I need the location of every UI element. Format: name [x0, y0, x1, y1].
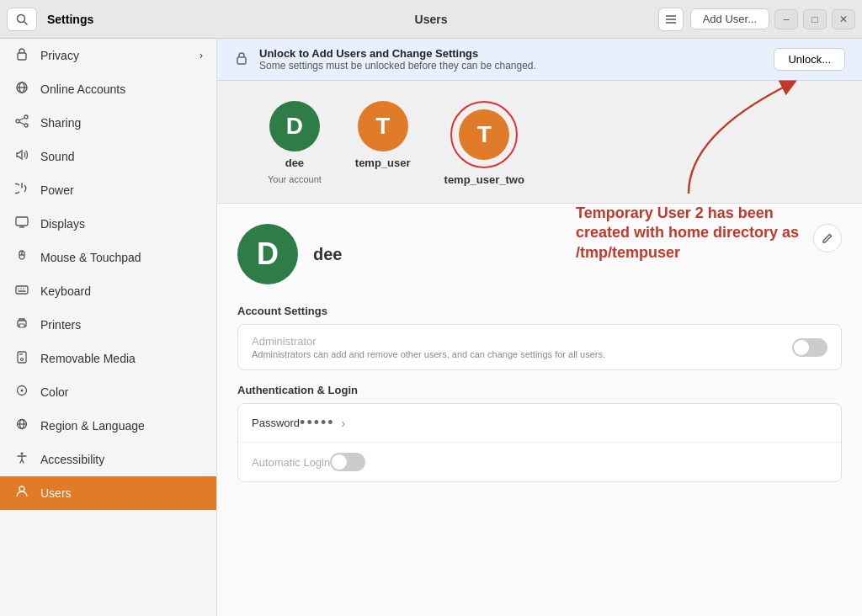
svg-rect-5 — [18, 53, 26, 60]
administrator-sub: Administrators can add and remove other … — [252, 349, 792, 359]
svg-point-11 — [24, 124, 28, 127]
username-temp-user: temp_user — [355, 157, 411, 169]
users-grid: D dee Your account T temp_user T temp_us… — [217, 81, 862, 204]
sidebar-label-power: Power — [40, 183, 74, 197]
unlock-text-block: Unlock to Add Users and Change Settings … — [259, 47, 764, 72]
sidebar-item-sound[interactable]: Sound — [0, 140, 216, 173]
sidebar-label-mouse: Mouse & Touchpad — [40, 251, 141, 264]
svg-rect-20 — [16, 286, 28, 294]
user-detail-avatar: D — [237, 224, 298, 284]
sidebar-label-sound: Sound — [40, 150, 74, 163]
user-card-temp-user[interactable]: T temp_user — [355, 101, 411, 186]
svg-point-28 — [21, 358, 24, 361]
account-settings-card: Administrator Administrators can add and… — [237, 324, 842, 370]
user-detail-header: D dee — [237, 224, 842, 284]
svg-line-1 — [24, 21, 28, 24]
user-card-temp-user-two[interactable]: T temp_user_two — [444, 101, 524, 186]
minimize-button[interactable]: – — [774, 9, 798, 29]
sidebar-item-privacy[interactable]: Privacy › — [0, 39, 216, 72]
detail-wrapper: Temporary User 2 has been created with h… — [217, 204, 862, 482]
svg-point-10 — [16, 119, 19, 123]
svg-line-13 — [19, 122, 24, 125]
menu-button[interactable] — [658, 8, 684, 31]
sidebar-label-region: Region & Language — [40, 419, 145, 433]
unlock-subtitle: Some settings must be unlocked before th… — [259, 60, 764, 72]
main-layout: Privacy › Online Accounts — [0, 39, 862, 616]
sidebar-item-keyboard[interactable]: Keyboard — [0, 274, 216, 308]
sidebar-item-region-language[interactable]: Region & Language — [0, 409, 216, 443]
sidebar-label-printers: Printers — [40, 318, 81, 332]
close-button[interactable]: ✕ — [832, 9, 855, 29]
sidebar-label-sharing: Sharing — [40, 116, 81, 130]
user-detail: D dee — [217, 204, 862, 284]
svg-rect-26 — [19, 324, 24, 327]
region-icon — [13, 417, 30, 434]
account-settings-title: Account Settings — [217, 305, 862, 317]
online-accounts-icon — [13, 81, 30, 98]
search-button[interactable] — [7, 8, 37, 31]
svg-point-36 — [19, 486, 24, 491]
password-chevron: › — [342, 417, 346, 430]
settings-label: Settings — [44, 13, 652, 26]
users-icon — [13, 485, 30, 502]
displays-icon — [13, 215, 30, 232]
user-detail-name: dee — [313, 245, 342, 264]
sidebar-label-removable-media: Removable Media — [40, 352, 136, 365]
auto-login-row: Automatic Login — [238, 443, 841, 481]
sidebar-label-accessibility: Accessibility — [40, 453, 104, 466]
user-card-dee[interactable]: D dee Your account — [268, 101, 322, 186]
auth-login-card: Password ••••• › Automatic Login — [237, 403, 842, 482]
avatar-temp-user: T — [358, 101, 408, 151]
sidebar-label-keyboard: Keyboard — [40, 284, 91, 298]
auto-login-toggle[interactable] — [330, 453, 365, 471]
password-label: Password — [252, 417, 300, 429]
avatar-dee: D — [269, 101, 320, 151]
sidebar-item-mouse-touchpad[interactable]: Mouse & Touchpad — [0, 241, 216, 274]
maximize-button[interactable]: □ — [803, 9, 827, 29]
lock-icon — [234, 50, 249, 69]
sidebar-label-online-accounts: Online Accounts — [40, 82, 125, 96]
administrator-row: Administrator Administrators can add and… — [238, 325, 841, 369]
sharing-icon — [13, 114, 30, 131]
add-user-button[interactable]: Add User... — [690, 8, 769, 29]
keyboard-icon — [13, 283, 30, 300]
administrator-label: Administrator — [252, 335, 792, 348]
user-sub-dee: Your account — [268, 174, 322, 184]
sidebar-item-removable-media[interactable]: Removable Media — [0, 342, 216, 375]
sidebar-label-displays: Displays — [40, 217, 85, 231]
svg-point-35 — [21, 453, 24, 455]
content-area: Unlock to Add Users and Change Settings … — [217, 39, 862, 616]
sidebar-item-accessibility[interactable]: Accessibility — [0, 443, 216, 476]
unlock-banner: Unlock to Add Users and Change Settings … — [217, 39, 862, 81]
password-dots: ••••• — [300, 414, 335, 432]
sidebar-item-users[interactable]: Users — [0, 476, 216, 510]
window-title: Users — [415, 13, 448, 26]
accessibility-icon — [13, 451, 30, 468]
sidebar-label-color: Color — [40, 385, 68, 399]
sidebar-item-online-accounts[interactable]: Online Accounts — [0, 72, 216, 106]
auto-login-label: Automatic Login — [252, 456, 330, 469]
titlebar-controls: Add User... – □ ✕ — [690, 8, 855, 29]
sidebar-item-power[interactable]: Power — [0, 173, 216, 207]
color-icon — [13, 384, 30, 401]
svg-line-12 — [19, 118, 24, 120]
sidebar-item-displays[interactable]: Displays — [0, 207, 216, 241]
auth-login-title: Authentication & Login — [217, 384, 862, 396]
sidebar-item-printers[interactable]: Printers — [0, 308, 216, 342]
svg-rect-37 — [237, 57, 246, 64]
selected-ring: T — [450, 101, 518, 168]
svg-point-31 — [21, 390, 24, 392]
password-row[interactable]: Password ••••• › — [238, 404, 841, 443]
privacy-arrow: › — [200, 50, 203, 61]
avatar-temp-user-two: T — [459, 109, 509, 160]
unlock-button[interactable]: Unlock... — [774, 48, 845, 71]
sidebar-item-sharing[interactable]: Sharing — [0, 106, 216, 140]
sound-icon — [13, 148, 30, 165]
sidebar: Privacy › Online Accounts — [0, 39, 217, 616]
administrator-label-block: Administrator Administrators can add and… — [252, 335, 792, 359]
administrator-toggle[interactable] — [792, 338, 827, 357]
sidebar-item-color[interactable]: Color — [0, 375, 216, 409]
privacy-icon — [13, 47, 30, 64]
username-temp-user-two: temp_user_two — [444, 173, 524, 186]
edit-button[interactable] — [813, 224, 842, 252]
